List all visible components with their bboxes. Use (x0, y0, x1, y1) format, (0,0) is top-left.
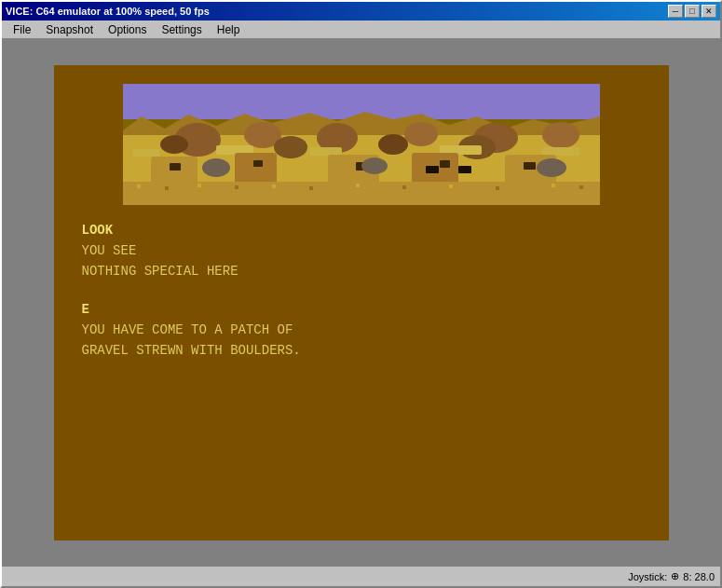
joystick-status: Joystick: ⊕ 8: 28.0 (628, 570, 715, 582)
svg-rect-43 (552, 184, 555, 187)
svg-rect-44 (579, 185, 583, 189)
svg-point-9 (274, 136, 307, 158)
svg-rect-12 (132, 149, 160, 157)
menu-help[interactable]: Help (210, 21, 248, 38)
status-bar: Joystick: ⊕ 8: 28.0 (2, 566, 720, 586)
svg-rect-32 (123, 182, 600, 205)
content-area: LOOK YOU SEE NOTHING SPECIAL HERE E YOU … (2, 39, 720, 566)
svg-rect-34 (165, 186, 169, 190)
joystick-icon: ⊕ (671, 570, 679, 582)
description-line1: YOU HAVE COME TO A PATCH OF (82, 320, 641, 340)
svg-rect-26 (524, 162, 536, 170)
svg-point-10 (378, 134, 408, 155)
menu-snapshot[interactable]: Snapshot (38, 21, 101, 38)
e-command: E (82, 299, 641, 320)
window: VICE: C64 emulator at 100% speed, 50 fps… (0, 0, 722, 588)
svg-rect-39 (356, 184, 360, 187)
title-bar-buttons: ─ □ ✕ (668, 5, 716, 18)
joystick-label: Joystick: (628, 571, 667, 582)
svg-point-31 (537, 158, 566, 177)
svg-rect-40 (402, 185, 406, 189)
close-button[interactable]: ✕ (702, 5, 716, 18)
svg-rect-23 (253, 160, 263, 167)
minimize-button[interactable]: ─ (668, 5, 683, 18)
svg-rect-14 (309, 147, 342, 156)
game-graphic (123, 84, 600, 205)
you-see-text: YOU SEE (82, 240, 641, 261)
svg-rect-27 (426, 166, 439, 173)
window-title: VICE: C64 emulator at 100% speed, 50 fps (6, 6, 210, 17)
menu-options[interactable]: Options (101, 21, 154, 38)
svg-rect-25 (440, 160, 450, 168)
maximize-button[interactable]: □ (685, 5, 700, 18)
menu-settings[interactable]: Settings (154, 21, 209, 38)
game-text: LOOK YOU SEE NOTHING SPECIAL HERE E YOU … (63, 205, 660, 531)
svg-rect-18 (235, 153, 277, 185)
svg-rect-22 (170, 163, 181, 171)
menu-bar: File Snapshot Options Settings Help (2, 21, 720, 39)
description-line2: GRAVEL STREWN WITH BOULDERS. (82, 340, 641, 361)
menu-file[interactable]: File (6, 21, 38, 38)
look-command: LOOK (82, 220, 641, 240)
speed-display: 8: 28.0 (683, 571, 715, 582)
svg-rect-16 (542, 147, 579, 156)
svg-rect-38 (309, 186, 313, 190)
game-display: LOOK YOU SEE NOTHING SPECIAL HERE E YOU … (63, 75, 660, 531)
svg-point-7 (542, 122, 579, 148)
svg-point-29 (202, 158, 230, 177)
nothing-special-text: NOTHING SPECIAL HERE (82, 261, 641, 281)
svg-rect-41 (449, 185, 453, 188)
svg-rect-33 (137, 185, 141, 188)
svg-rect-35 (198, 184, 201, 187)
title-bar: VICE: C64 emulator at 100% speed, 50 fps… (2, 2, 720, 21)
svg-rect-42 (496, 186, 499, 190)
terrain (123, 112, 600, 205)
svg-rect-28 (458, 166, 471, 173)
svg-point-8 (160, 135, 188, 154)
svg-rect-37 (272, 185, 276, 188)
svg-point-5 (404, 122, 438, 146)
svg-point-30 (361, 157, 388, 174)
emulator-screen[interactable]: LOOK YOU SEE NOTHING SPECIAL HERE E YOU … (54, 65, 669, 540)
svg-rect-36 (235, 185, 238, 189)
